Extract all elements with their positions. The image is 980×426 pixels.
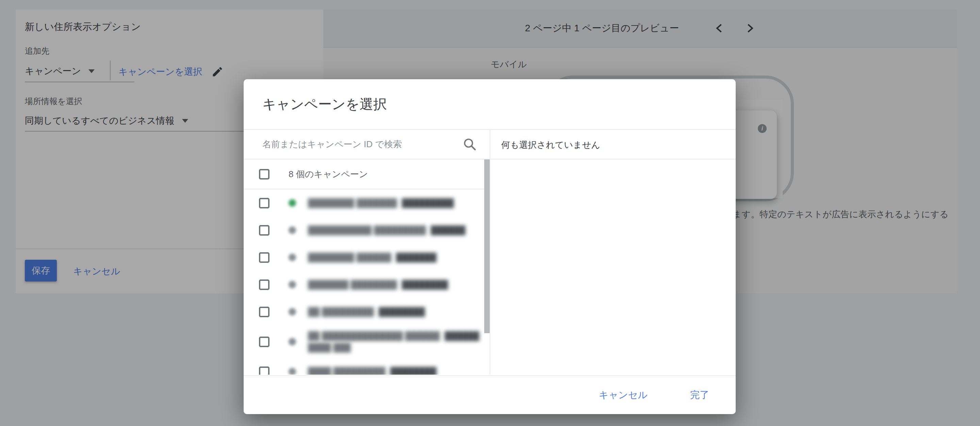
row-checkbox[interactable] — [259, 279, 269, 290]
campaign-name-redacted: ████████ █████████████ — [308, 252, 437, 263]
row-checkbox[interactable] — [259, 198, 269, 208]
status-dot — [288, 281, 296, 288]
dialog-cancel-button[interactable]: キャンセル — [599, 389, 648, 402]
campaign-name-redacted: ██ ██████████████ ████████████ — [308, 330, 479, 342]
row-checkbox[interactable] — [259, 366, 269, 375]
status-dot — [288, 308, 296, 315]
page: 新しい住所表示オプション 追加先 キャンペーン キャンペーンを選択 場所情報を選… — [0, 0, 980, 426]
campaign-name-redacted: ████████ ████████████████ — [308, 197, 454, 209]
status-dot — [288, 199, 296, 207]
campaign-name-redacted: ███████████ ███████████████ — [308, 224, 466, 236]
campaign-row[interactable]: ██ ██████████████ ████████████ ████ ███ — [243, 325, 490, 358]
status-dot — [288, 338, 296, 345]
campaign-name-redacted: ████ ███ — [308, 342, 479, 353]
campaign-row[interactable]: ███████████ ███████████████ — [243, 217, 490, 244]
select-campaign-dialog: キャンペーンを選択 何も選択されていません 8 個のキャンペーン — [243, 79, 736, 414]
selection-status: 何も選択されていません — [501, 139, 600, 151]
row-checkbox[interactable] — [259, 337, 269, 347]
campaign-name-redacted: ██ █████████████████ — [308, 306, 425, 318]
campaign-list: 8 個のキャンペーン ████████ ████████████████ ███… — [243, 160, 490, 375]
dialog-footer: キャンセル 完了 — [243, 375, 736, 414]
campaign-row[interactable]: ████ █████████████████ — [243, 358, 490, 375]
dialog-done-button[interactable]: 完了 — [690, 389, 709, 402]
campaign-name-redacted: ████ █████████████████ — [308, 366, 437, 375]
dialog-title-row: キャンペーンを選択 — [243, 79, 736, 129]
search-row — [243, 130, 490, 159]
campaign-list-header: 8 個のキャンペーン — [243, 160, 490, 189]
campaign-row[interactable]: ████████ █████████████ — [243, 244, 490, 271]
row-checkbox[interactable] — [259, 225, 269, 236]
status-dot — [288, 226, 296, 234]
column-divider — [490, 130, 490, 375]
status-dot — [288, 368, 296, 375]
dialog-title: キャンペーンを選択 — [262, 95, 387, 114]
search-input[interactable] — [243, 130, 461, 159]
list-scrollbar-thumb[interactable] — [484, 160, 490, 333]
campaign-row[interactable]: ███████ ████████████████ — [243, 271, 490, 298]
dialog-body: 何も選択されていません 8 個のキャンペーン ████████ ████████… — [243, 130, 736, 375]
campaign-count-label: 8 個のキャンペーン — [288, 168, 368, 180]
search-icon[interactable] — [463, 137, 477, 152]
campaign-name-redacted: ███████ ████████████████ — [308, 279, 448, 290]
campaign-row[interactable]: ████████ ████████████████ — [243, 189, 490, 217]
row-checkbox[interactable] — [259, 252, 269, 263]
campaign-row[interactable]: ██ █████████████████ — [243, 298, 490, 325]
select-all-checkbox[interactable] — [259, 169, 269, 179]
row-checkbox[interactable] — [259, 307, 269, 317]
status-dot — [288, 253, 296, 261]
